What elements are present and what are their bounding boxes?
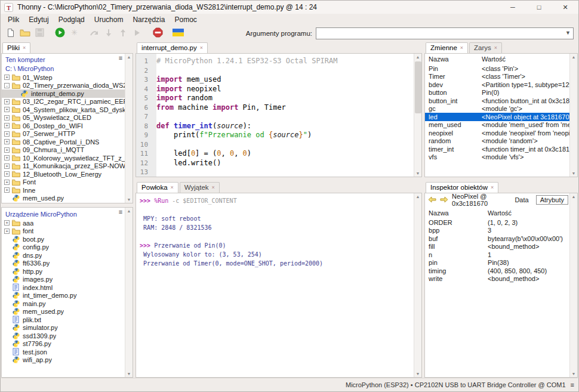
ukraine-flag-button[interactable]	[171, 27, 184, 40]
scroll-down-icon[interactable]: ▼	[570, 171, 577, 175]
scroll-up-icon[interactable]: ▲	[414, 55, 421, 59]
close-icon[interactable]: ×	[491, 185, 494, 190]
file-item-boot.py[interactable]: boot.py	[2, 235, 125, 243]
menu-item-pomoc[interactable]: Pomoc	[170, 14, 201, 25]
shell-panel[interactable]: >>> %Run -c $EDITOR_CONTENT MPY: soft re…	[135, 193, 422, 378]
program-args-input[interactable]: ▼	[316, 27, 574, 39]
file-item-10_kolorowy_wyswietlacz_tft_z_panelem[interactable]: +10_Kolorowy_wyswietlacz_TFT_z_panelem	[2, 154, 125, 162]
expand-icon[interactable]: +	[4, 107, 10, 112]
file-item-04_system_plikow_karta_sd_dysk_eeprom[interactable]: +04_System_plikow_karta_SD_dysk_EEPROM	[2, 106, 125, 114]
file-item-03_i2c_zegar_rtc_i_pamiec_eeprom[interactable]: +03_I2C_zegar_RTC_i_pamiec_EEPROM	[2, 98, 125, 106]
expand-icon[interactable]: +	[4, 180, 10, 185]
minimize-button[interactable]: ─	[500, 1, 526, 14]
file-item-font[interactable]: +Font	[2, 178, 125, 187]
file-item-index.html[interactable]: index.html	[2, 283, 125, 292]
expand-icon[interactable]: +	[4, 163, 10, 169]
file-item-06_dostep_do_wifi[interactable]: +06_Dostep_do_WIFI	[2, 122, 125, 130]
expand-icon[interactable]: +	[4, 139, 10, 144]
run-script-button[interactable]	[53, 27, 66, 40]
file-item-simulator.py[interactable]: simulator.py	[2, 324, 125, 332]
file-item-mem_used.py[interactable]: mem_used.py	[2, 195, 125, 203]
file-item-07_serwer_http[interactable]: +07_Serwer_HTTP	[2, 130, 125, 138]
scroll-up-icon[interactable]: ▲	[125, 55, 133, 59]
variable-row-random[interactable]: random<module 'random'>	[425, 137, 569, 146]
file-item-test.json[interactable]: test.json	[2, 348, 125, 356]
variable-row-timer[interactable]: Timer<class 'Timer'>	[425, 73, 569, 81]
expand-icon[interactable]: +	[4, 99, 10, 104]
expand-icon[interactable]: +	[4, 155, 10, 160]
variable-row-gc[interactable]: gc<module 'gc'>	[425, 105, 569, 113]
scroll-down-icon[interactable]: ▼	[414, 171, 421, 175]
attribute-row-timing[interactable]: timing(400, 850, 800, 450)	[425, 267, 569, 275]
open-file-button[interactable]	[19, 27, 32, 40]
maximize-button[interactable]: □	[526, 1, 552, 14]
inspector-scrollbar[interactable]: ▲ ▼	[569, 193, 577, 377]
attribute-row-fill[interactable]: fill<bound_method>	[425, 243, 569, 251]
file-item-inne[interactable]: +Inne	[2, 186, 125, 195]
file-item-02_timery_przerwania_dioda_ws2812[interactable]: -02_Timery_przerwania_dioda_WS2812	[2, 82, 125, 90]
code-editor[interactable]: 1# MicroPython 1.24.1 ESP32-S3 Octal SPI…	[135, 53, 422, 177]
menu-item-podgląd[interactable]: Podgląd	[54, 14, 90, 25]
menu-item-edytuj[interactable]: Edytuj	[24, 14, 53, 25]
file-item-images.py[interactable]: images.py	[2, 276, 125, 284]
file-item-05_wyswietlacz_oled[interactable]: +05_Wyswietlacz_OLED	[2, 114, 125, 122]
scroll-down-icon[interactable]: ▼	[125, 197, 133, 202]
tab-interrupt_demo-py[interactable]: interrupt_demo.py×	[137, 42, 208, 53]
close-button[interactable]: ✕	[552, 1, 578, 14]
inspector-attributes-button[interactable]: Atrybuty	[536, 195, 568, 205]
stop-restart-button[interactable]	[151, 27, 164, 40]
menu-item-narzędzia[interactable]: Narzędzia	[128, 14, 170, 25]
computer-path-label[interactable]: C: \ MicroPython	[2, 64, 125, 73]
file-item-08_captive_portal_i_dns[interactable]: +08_Captive_Portal_i_DNS	[2, 138, 125, 146]
file-item-font[interactable]: +font	[2, 227, 125, 236]
scroll-down-icon[interactable]: ▼	[125, 372, 133, 376]
close-icon[interactable]: ×	[494, 45, 497, 51]
chevron-down-icon[interactable]: ▼	[565, 30, 571, 36]
file-item-main.py[interactable]: main.py	[2, 300, 125, 308]
editor-scrollbar[interactable]: ▲ ▼	[414, 54, 421, 177]
files-scrollbar[interactable]: ▲ ▼	[125, 54, 133, 203]
device-scrollbar[interactable]: ▲ ▼	[125, 208, 133, 377]
tab-wyjątek[interactable]: Wyjątek×	[180, 182, 220, 193]
variables-scrollbar[interactable]: ▲ ▼	[569, 54, 577, 177]
variable-row-button_int[interactable]: button_int<function button_int at 0x3c18…	[425, 97, 569, 105]
expand-icon[interactable]: +	[4, 131, 10, 137]
file-item-wifi_ap.py[interactable]: wifi_ap.py	[2, 356, 125, 365]
shell-scrollbar[interactable]: ▲ ▼	[414, 193, 421, 377]
variable-row-neopixel[interactable]: neopixel<module 'neopixel' from 'neopixe	[425, 129, 569, 137]
panel-menu-icon[interactable]: ≡	[119, 55, 122, 61]
tab-inspektor-obiektów[interactable]: Inspektor obiektów×	[426, 182, 498, 193]
file-item-interrupt_demo.py[interactable]: interrupt_demo.py	[2, 89, 125, 98]
forward-icon[interactable]	[440, 196, 448, 204]
tab-zmienne[interactable]: Zmienne×	[426, 42, 468, 53]
attribute-row-order[interactable]: ORDER(1, 0, 2, 3)	[425, 218, 569, 227]
menu-item-plik[interactable]: Plik	[3, 14, 24, 25]
attribute-row-bpp[interactable]: bpp3	[425, 227, 569, 235]
attribute-row-buf[interactable]: bufbytearray(b'\x00\x00\x00')	[425, 234, 569, 243]
tab-zarys[interactable]: Zarys×	[469, 42, 502, 53]
file-item-config.py[interactable]: config.py	[2, 243, 125, 252]
expand-icon[interactable]: +	[4, 187, 10, 193]
scroll-up-icon[interactable]: ▲	[414, 195, 421, 199]
tab-powłoka[interactable]: Powłoka×	[137, 182, 178, 193]
file-item-mem_used.py[interactable]: mem_used.py	[2, 308, 125, 316]
file-item-dns.py[interactable]: dns.py	[2, 251, 125, 260]
file-item-st7796.py[interactable]: st7796.py	[2, 340, 125, 348]
file-item-plik.txt[interactable]: plik.txt	[2, 316, 125, 324]
attribute-row-pin[interactable]: pinPin(38)	[425, 259, 569, 267]
close-icon[interactable]: ×	[212, 185, 215, 190]
file-item-ssd1309.py[interactable]: ssd1309.py	[2, 332, 125, 340]
file-item-ft6336.py[interactable]: ft6336.py	[2, 260, 125, 268]
scroll-up-icon[interactable]: ▲	[570, 55, 577, 59]
file-item-http.py[interactable]: http.py	[2, 267, 125, 276]
attribute-row-n[interactable]: n1	[425, 251, 569, 259]
scroll-down-icon[interactable]: ▼	[414, 372, 421, 376]
collapse-icon[interactable]: -	[4, 83, 10, 88]
file-item-aaa[interactable]: +aaa	[2, 219, 125, 227]
variable-row-mem_used[interactable]: mem_used<module 'mem_used' from 'mem	[425, 121, 569, 129]
expand-icon[interactable]: +	[4, 220, 10, 226]
expand-icon[interactable]: +	[4, 115, 10, 121]
variable-row-pin[interactable]: Pin<class 'Pin'>	[425, 64, 569, 73]
back-icon[interactable]	[428, 196, 436, 204]
expand-icon[interactable]: +	[4, 75, 10, 80]
